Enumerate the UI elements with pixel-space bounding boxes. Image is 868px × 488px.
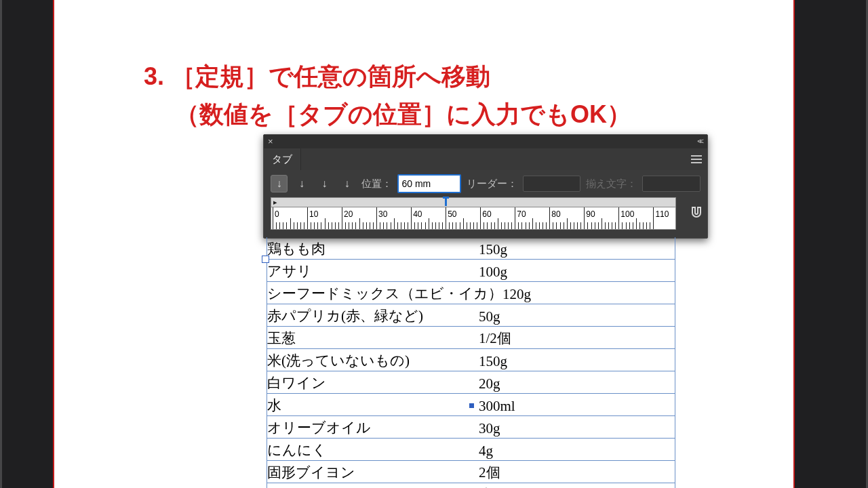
table-row[interactable]: オリーブオイル30g xyxy=(267,416,675,439)
ruler-scale[interactable]: 0102030405060708090100110 xyxy=(271,207,676,230)
table-row[interactable]: アサリ100g xyxy=(267,260,675,282)
position-label: 位置： xyxy=(361,178,392,190)
ruler-tick: 70 xyxy=(515,207,515,229)
table-row[interactable]: にんにく4g xyxy=(267,439,675,461)
ruler-minor-tick xyxy=(539,222,540,229)
ruler-minor-tick xyxy=(276,222,277,229)
leader-label: リーダー： xyxy=(467,178,517,190)
ruler-minor-tick xyxy=(421,222,422,229)
ingredient-amount: 4g xyxy=(479,443,675,460)
ingredient-name: 鶏もも肉 xyxy=(267,239,479,258)
table-row[interactable]: 固形ブイヨン2個 xyxy=(267,461,675,483)
ruler-tick-label: 40 xyxy=(413,209,422,219)
ruler-minor-tick xyxy=(626,222,627,229)
ruler-tick: 110 xyxy=(653,207,654,229)
table-row[interactable]: 玉葱1/2個 xyxy=(267,327,675,349)
ruler-minor-tick xyxy=(560,222,561,229)
ruler-minor-tick xyxy=(304,222,304,229)
ruler-minor-tick xyxy=(577,222,578,229)
ruler-minor-tick xyxy=(397,222,398,229)
tab-align-center-icon[interactable]: ↓ xyxy=(293,175,310,192)
ruler-minor-tick xyxy=(643,222,644,229)
snap-magnet-icon[interactable] xyxy=(687,203,706,222)
ruler-minor-tick xyxy=(511,222,512,229)
ruler-minor-tick xyxy=(338,222,339,229)
ruler-minor-tick xyxy=(355,222,356,229)
ruler-minor-tick xyxy=(391,222,391,229)
table-row[interactable]: 赤パプリカ(赤、緑など)50g xyxy=(267,304,675,327)
ingredient-amount: 100g xyxy=(479,264,675,281)
ruler[interactable]: ▸ 0102030405060708090100110 xyxy=(264,197,707,234)
ruler-minor-tick xyxy=(580,222,581,229)
ruler-tab-strip[interactable]: ▸ xyxy=(271,197,676,207)
ingredient-amount: 30g xyxy=(479,420,675,437)
ruler-minor-tick xyxy=(332,222,332,229)
table-row[interactable]: サフラン（あれば）少々 xyxy=(267,483,675,488)
ingredient-name: 固形ブイヨン xyxy=(267,463,479,482)
table-row[interactable]: 鶏もも肉150g xyxy=(267,237,675,260)
ingredient-amount: 120g xyxy=(502,286,675,303)
tab-align-left-icon[interactable]: ↓ xyxy=(271,175,288,192)
ruler-tick-label: 80 xyxy=(551,209,560,219)
ruler-minor-tick xyxy=(297,222,298,229)
tab-align-right-icon[interactable]: ↓ xyxy=(316,175,333,192)
ruler-minor-tick xyxy=(591,222,592,229)
ruler-minor-tick xyxy=(404,222,405,229)
ruler-tick: 10 xyxy=(307,207,308,229)
ruler-minor-tick xyxy=(321,222,321,229)
panel-menu-icon[interactable] xyxy=(686,148,707,170)
ruler-minor-tick xyxy=(650,222,650,229)
ruler-minor-tick xyxy=(294,222,294,229)
ruler-minor-tick xyxy=(425,222,426,229)
tabs-panel[interactable]: × << タブ ↓ ↓ ↓ ↓ 位置： リーダー： 揃え文字： xyxy=(263,134,708,239)
ingredient-name: 白ワイン xyxy=(267,373,479,392)
ruler-minor-tick xyxy=(487,222,488,229)
ruler-minor-tick xyxy=(300,222,301,229)
frame-handle-icon[interactable] xyxy=(262,256,269,263)
tab-position-input[interactable] xyxy=(397,174,461,193)
ruler-minor-tick xyxy=(283,222,283,229)
ruler-minor-tick xyxy=(605,222,606,229)
ruler-tick: 20 xyxy=(342,207,342,229)
ruler-tick-label: 30 xyxy=(378,209,387,219)
ruler-minor-tick xyxy=(639,222,640,229)
close-icon[interactable]: × xyxy=(268,136,273,147)
ingredients-text-frame[interactable]: 鶏もも肉150gアサリ100gシーフードミックス（エビ・イカ）120g赤パプリカ… xyxy=(267,237,675,488)
ingredient-name: 米(洗っていないもの) xyxy=(267,351,479,370)
ruler-minor-tick xyxy=(401,222,401,229)
ruler-minor-tick xyxy=(567,218,568,229)
table-row[interactable]: 白ワイン20g xyxy=(267,371,675,394)
ingredient-name: シーフードミックス（エビ・イカ） xyxy=(267,284,502,303)
ruler-minor-tick xyxy=(467,222,467,229)
ruler-minor-tick xyxy=(345,222,346,229)
table-row[interactable]: 米(洗っていないもの)150g xyxy=(267,349,675,371)
ruler-tick-label: 90 xyxy=(586,209,595,219)
table-row[interactable]: シーフードミックス（エビ・イカ）120g xyxy=(267,282,675,304)
ruler-minor-tick xyxy=(608,222,609,229)
table-row[interactable]: 水300ml xyxy=(267,394,675,416)
ruler-minor-tick xyxy=(442,222,443,229)
tabs-controls: ↓ ↓ ↓ ↓ 位置： リーダー： 揃え文字： xyxy=(264,170,707,197)
ruler-minor-tick xyxy=(615,222,616,229)
tab-align-decimal-icon[interactable]: ↓ xyxy=(338,175,355,192)
first-indent-icon[interactable]: ▸ xyxy=(273,198,277,207)
ingredient-name: 水 xyxy=(267,396,479,415)
leader-input[interactable] xyxy=(523,176,581,192)
ruler-tick-label: 20 xyxy=(344,209,353,219)
panel-titlebar[interactable]: × << xyxy=(264,135,707,148)
collapse-icon[interactable]: << xyxy=(697,137,702,145)
ruler-minor-tick xyxy=(529,222,530,229)
ruler-minor-tick xyxy=(498,218,498,229)
tab-stop-marker[interactable] xyxy=(443,197,449,205)
cursor-marker-icon xyxy=(469,403,474,408)
ruler-minor-tick xyxy=(373,222,374,229)
ruler-tick: 80 xyxy=(549,207,550,229)
ruler-minor-tick xyxy=(636,218,637,229)
ruler-tick-label: 50 xyxy=(448,209,456,219)
ingredient-amount: 20g xyxy=(479,375,675,392)
ruler-minor-tick xyxy=(370,222,370,229)
tab-tabs[interactable]: タブ xyxy=(264,148,301,170)
ruler-minor-tick xyxy=(542,222,543,229)
ingredient-amount: 150g xyxy=(479,353,675,370)
ruler-minor-tick xyxy=(432,222,433,229)
